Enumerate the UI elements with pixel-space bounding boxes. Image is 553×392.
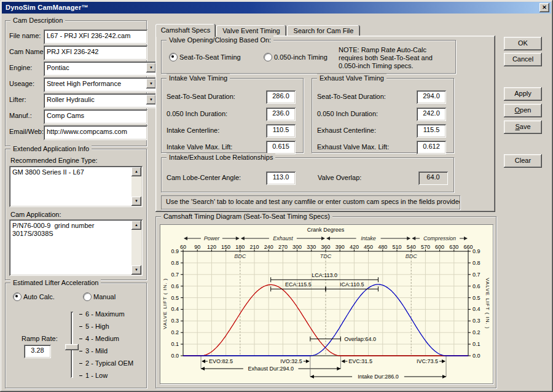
- manual-radio[interactable]: [83, 292, 92, 301]
- close-button[interactable]: ✕: [539, 3, 549, 12]
- valve-overlap-value: 64.0: [418, 171, 448, 185]
- exhaust-050-duration-input[interactable]: 242.0: [417, 108, 446, 121]
- lifter-acceleration-group: Estimated Lifter Acceleration Auto Calc.…: [5, 283, 147, 388]
- auto-calc-label: Auto Calc.: [23, 293, 55, 301]
- svg-text:0.8: 0.8: [171, 260, 179, 266]
- scroll-down-button[interactable]: ▼: [131, 265, 141, 275]
- cam-application-textarea[interactable]: P/N76-000-9 grind number 3017S/3038S ▲ ▼: [9, 219, 143, 276]
- exhaust-max-lift-input[interactable]: 0.612: [417, 141, 446, 154]
- useage-select[interactable]: Street High Performance ▼: [44, 77, 157, 92]
- scroll-down-button[interactable]: ▼: [131, 197, 141, 206]
- exhaust-max-lift-label: Exhaust Valve Max. Lift:: [317, 143, 389, 151]
- slider-scale-2: 2 - Typical OEM: [85, 359, 133, 367]
- exhaust-timing-legend: Exhaust Valve Timing: [317, 74, 386, 82]
- tab-camshaft-specs[interactable]: Camshaft Specs: [155, 24, 216, 37]
- svg-text:660: 660: [463, 244, 473, 250]
- lifter-select[interactable]: Roller Hydraulic ▼: [44, 93, 157, 108]
- intake-centerline-input[interactable]: 110.5: [266, 124, 296, 138]
- lifter-label: Lifter:: [9, 96, 26, 104]
- intake-050-duration-input[interactable]: 236.0: [266, 108, 296, 121]
- auto-calc-radio[interactable]: [13, 292, 22, 301]
- svg-text:60: 60: [180, 244, 186, 250]
- manuf-label: Manuf.:: [9, 112, 32, 120]
- slider-scale-4: 4 - Medium: [85, 335, 119, 343]
- svg-text:IVC:73.5: IVC:73.5: [417, 358, 438, 364]
- svg-text:Exhaust Dur:294.0: Exhaust Dur:294.0: [248, 366, 294, 372]
- svg-text:Crank Degrees: Crank Degrees: [307, 227, 345, 233]
- window-title: DynoSim CamManager™: [6, 4, 88, 11]
- engine-label: Engine:: [9, 64, 32, 72]
- exhaust-s2s-duration-label: Seat-To-Seat Duration:: [317, 93, 386, 101]
- tab-valve-event-timing[interactable]: Valve Event Timing: [216, 25, 286, 36]
- exhaust-s2s-duration-input[interactable]: 294.0: [417, 90, 446, 104]
- ramp-rate-slider-thumb[interactable]: [65, 344, 79, 350]
- lifter-dropdown-button[interactable]: ▼: [146, 95, 156, 104]
- ramp-rate-label: Ramp Rate:: [22, 335, 58, 343]
- chevron-down-icon: ▼: [149, 98, 153, 101]
- svg-text:BDC: BDC: [406, 253, 418, 259]
- email-web-input[interactable]: http://www.compcams.com: [44, 125, 147, 140]
- slider-tick: [79, 363, 82, 364]
- application-scrollbar[interactable]: ▲ ▼: [131, 221, 141, 275]
- cam-name-input[interactable]: PRJ XFI 236-242: [44, 45, 147, 60]
- useage-dropdown-button[interactable]: ▼: [146, 79, 156, 88]
- slider-tick: [79, 314, 82, 315]
- manuf-input[interactable]: Comp Cams: [44, 109, 147, 124]
- lobe-relationships-legend: Intake/Exhaust Lobe Relationships: [167, 153, 275, 162]
- svg-text:150: 150: [221, 244, 230, 250]
- lifter-acceleration-legend: Estimated Lifter Acceleration: [10, 278, 101, 287]
- scroll-up-button[interactable]: ▲: [131, 221, 141, 230]
- clear-button[interactable]: Clear: [504, 154, 542, 168]
- intake-timing-legend: Intake Valve Timing: [167, 74, 230, 82]
- file-name-input[interactable]: L67 - PRJ XFI 236-242.cam: [44, 29, 147, 44]
- svg-text:300: 300: [292, 244, 302, 250]
- open-button[interactable]: Open: [504, 104, 542, 117]
- close-icon: ✕: [542, 4, 547, 10]
- intake-max-lift-input[interactable]: 0.615: [266, 141, 296, 154]
- tab-search-for-cam-file[interactable]: Search for Cam File: [287, 25, 360, 36]
- valve-basis-legend: Valve Opening/Closing Based On:: [167, 36, 273, 44]
- engine-select[interactable]: Pontiac ▼: [44, 61, 157, 76]
- svg-text:0.7: 0.7: [473, 272, 480, 278]
- seat-to-seat-radio[interactable]: [169, 53, 178, 61]
- svg-text:420: 420: [350, 244, 359, 250]
- apply-button[interactable]: Apply: [504, 87, 542, 101]
- svg-text:Intake: Intake: [361, 235, 376, 241]
- exhaust-centerline-input[interactable]: 115.5: [417, 124, 446, 138]
- seat-to-seat-label: Seat-To-Seat Timing: [179, 53, 241, 61]
- ok-button[interactable]: OK: [504, 37, 542, 50]
- inch-timing-radio[interactable]: [264, 53, 272, 61]
- lobe-center-angle-input[interactable]: 113.0: [266, 171, 296, 185]
- svg-text:Intake Dur:286.0: Intake Dur:286.0: [358, 374, 399, 380]
- chevron-down-icon: ▼: [149, 66, 153, 69]
- recommended-scrollbar[interactable]: ▲ ▼: [131, 167, 141, 206]
- intake-050-duration-label: 0.050 Inch Duration:: [167, 110, 227, 118]
- svg-text:Overlap:64.0: Overlap:64.0: [344, 336, 376, 342]
- save-button[interactable]: Save: [504, 120, 542, 134]
- scroll-up-button[interactable]: ▲: [131, 167, 141, 176]
- recommended-engine-type-textarea[interactable]: GM 3800 Series II - L67 ▲ ▼: [9, 166, 143, 207]
- ramp-rate-note: NOTE: Ramp Rate Auto-Calc requires both …: [339, 46, 452, 70]
- cam-application-text: P/N76-000-9 grind number 3017S/3038S: [12, 222, 130, 274]
- slider-tick: [79, 326, 82, 327]
- cancel-button[interactable]: Cancel: [504, 53, 542, 66]
- svg-text:0.1: 0.1: [171, 341, 179, 347]
- svg-text:IVO:32.5: IVO:32.5: [280, 358, 302, 364]
- ramp-rate-value: 3.28: [24, 345, 51, 358]
- slider-tick: [79, 375, 82, 376]
- cam-name-label: Cam Name:: [9, 48, 45, 56]
- slider-tick: [79, 339, 82, 339]
- recommended-engine-type-text: GM 3800 Series II - L67: [12, 168, 130, 205]
- svg-text:VALVE LIFT ( IN. ): VALVE LIFT ( IN. ): [485, 278, 490, 329]
- svg-text:EVO:82.5: EVO:82.5: [209, 358, 233, 364]
- intake-s2s-duration-input[interactable]: 286.0: [266, 90, 296, 104]
- engine-dropdown-button[interactable]: ▼: [146, 63, 156, 73]
- svg-text:480: 480: [378, 244, 387, 250]
- svg-text:0.5: 0.5: [171, 295, 179, 301]
- lobe-center-angle-label: Cam Lobe-Center Angle:: [167, 174, 241, 182]
- svg-text:BDC: BDC: [234, 253, 246, 259]
- lifter-value: Roller Hydraulic: [47, 96, 95, 103]
- svg-text:0.5: 0.5: [473, 295, 480, 301]
- title-bar[interactable]: DynoSim CamManager™ ✕: [2, 2, 551, 14]
- svg-text:0.9: 0.9: [473, 248, 480, 254]
